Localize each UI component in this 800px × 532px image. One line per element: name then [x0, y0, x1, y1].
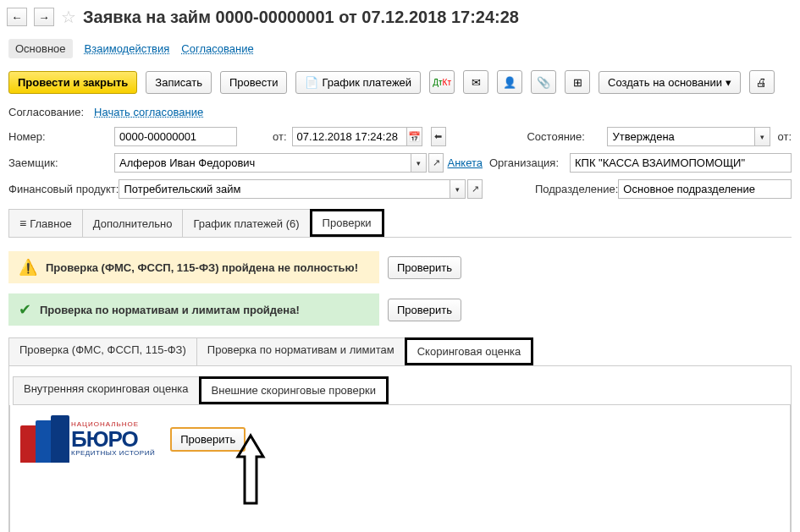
save-button[interactable]: Записать — [146, 71, 212, 94]
state-label: Состояние: — [527, 130, 607, 143]
borrower-dropdown-button[interactable]: ▾ — [411, 153, 427, 173]
check-fms-button[interactable]: Проверить — [388, 256, 461, 279]
check-fms-message: ⚠️ Проверка (ФМС, ФССП, 115-ФЗ) пройдена… — [8, 251, 379, 283]
back-button[interactable]: ← — [7, 8, 27, 26]
favorite-icon[interactable]: ☆ — [61, 7, 76, 27]
state-dropdown-button[interactable]: ▾ — [755, 127, 770, 146]
paperclip-icon: 📎 — [537, 76, 550, 89]
subtab-norms[interactable]: Проверка по нормативам и лимитам — [196, 337, 406, 365]
product-field[interactable] — [119, 179, 450, 199]
attach-button[interactable]: 📎 — [531, 70, 556, 94]
calendar-button[interactable]: 📅 — [407, 127, 422, 146]
tab-additional[interactable]: Дополнительно — [82, 209, 184, 237]
product-open-button[interactable]: ↗ — [467, 179, 483, 199]
structure-icon: ⊞ — [573, 76, 582, 89]
previous-date-button[interactable]: ⬅ — [431, 127, 446, 146]
tab-checks[interactable]: Проверки — [310, 209, 384, 237]
check-norms-button[interactable]: Проверить — [388, 299, 461, 321]
post-button[interactable]: Провести — [220, 71, 288, 94]
print-dropdown-button[interactable]: 🖨 — [749, 70, 775, 94]
product-label: Финансовый продукт: — [8, 183, 119, 195]
borrower-open-button[interactable]: ↗ — [428, 153, 444, 173]
ok-icon: ✔ — [19, 300, 31, 319]
borrower-label: Заемщик: — [8, 156, 114, 169]
number-label: Номер: — [8, 130, 114, 143]
schedule-icon: 📄 — [305, 76, 318, 89]
create-based-button[interactable]: Создать на основании ▾ — [599, 71, 741, 94]
nav-tab-main[interactable]: Основное — [8, 39, 73, 58]
nbki-logo-mid: БЮРО — [71, 428, 155, 450]
assign-user-icon: 👤 — [503, 76, 516, 89]
state-field[interactable] — [607, 127, 755, 146]
structure-button[interactable]: ⊞ — [565, 70, 590, 94]
subtab-fms[interactable]: Проверка (ФМС, ФССП, 115-ФЗ) — [8, 337, 197, 365]
menu-icon: ≡ — [19, 217, 26, 230]
check-norms-text: Проверка по нормативам и лимитам пройден… — [40, 304, 300, 316]
start-approval-link[interactable]: Начать согласование — [94, 106, 203, 118]
mail-icon: ✉ — [472, 76, 481, 89]
nav-tab-approval[interactable]: Согласование — [181, 42, 253, 55]
forward-button[interactable]: → — [34, 8, 54, 26]
nbki-logo-bot: КРЕДИТНЫХ ИСТОРИЙ — [71, 450, 155, 457]
print-icon: 🖨 — [756, 76, 767, 89]
warning-icon: ⚠️ — [19, 258, 37, 277]
mail-button[interactable]: ✉ — [463, 70, 488, 94]
org-label: Организация: — [489, 156, 570, 169]
schedule-button[interactable]: 📄 График платежей — [295, 71, 421, 94]
assign-user-button[interactable]: 👤 — [497, 70, 522, 94]
check-fms-text: Проверка (ФМС, ФССП, 115-ФЗ) пройдена не… — [46, 261, 358, 274]
scoring-subtab-external[interactable]: Внешние скоринговые проверки — [199, 376, 389, 404]
product-dropdown-button[interactable]: ▾ — [450, 179, 466, 199]
create-based-label: Создать на основании — [608, 76, 722, 89]
borrower-field[interactable] — [114, 153, 411, 173]
nbki-logo: НАЦИОНАЛЬНОЕ БЮРО КРЕДИТНЫХ ИСТОРИЙ — [20, 415, 155, 463]
post-close-button[interactable]: Провести и закрыть — [8, 71, 137, 94]
check-norms-message: ✔ Проверка по нормативам и лимитам пройд… — [8, 293, 379, 326]
division-field[interactable] — [618, 179, 792, 199]
chevron-down-icon: ▾ — [726, 76, 731, 89]
dtkt-button[interactable]: ДтКт — [429, 70, 455, 94]
org-field[interactable] — [570, 153, 792, 173]
subtab-scoring[interactable]: Скоринговая оценка — [405, 337, 534, 365]
arrow-annotation — [234, 431, 268, 510]
division-label: Подразделение: — [535, 183, 618, 195]
dtkt-icon: ДтКт — [433, 78, 451, 87]
scoring-subtab-internal[interactable]: Внутренняя скоринговая оценка — [13, 376, 200, 404]
date-label: от: — [273, 130, 287, 143]
date-field[interactable] — [292, 127, 407, 146]
tab-schedule[interactable]: График платежей (6) — [182, 209, 310, 237]
calendar-icon: 📅 — [408, 131, 421, 143]
state-date-label: от: — [777, 130, 792, 143]
anketa-link[interactable]: Анкета — [447, 156, 483, 169]
approval-label: Согласование: — [8, 106, 84, 118]
tab-main[interactable]: ≡ Главное — [8, 209, 83, 237]
schedule-label: График платежей — [322, 76, 411, 89]
nav-tab-interactions[interactable]: Взаимодействия — [85, 42, 170, 55]
page-title: Заявка на займ 0000-00000001 от 07.12.20… — [83, 8, 519, 27]
number-field[interactable] — [114, 127, 237, 146]
tab-main-label: Главное — [30, 217, 72, 230]
